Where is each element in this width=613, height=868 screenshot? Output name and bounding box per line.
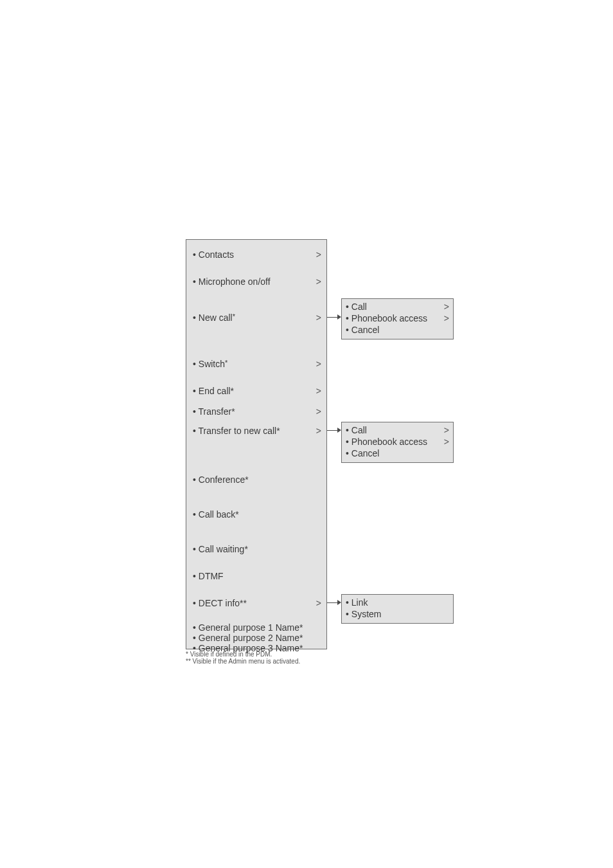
footnote-2: ** Visible if the Admin menu is activate… <box>186 658 300 665</box>
arrow-connector <box>327 430 337 431</box>
menu-item-label: • New call* <box>193 312 235 324</box>
menu-item-label: • Switch* <box>193 358 227 370</box>
chevron-right-icon: > <box>438 312 449 324</box>
chevron-right-icon: > <box>316 358 321 370</box>
menu-item-label: • DECT info** <box>193 597 247 609</box>
chevron-right-icon: > <box>438 436 449 448</box>
menu-item-label: • Conference* <box>193 474 249 485</box>
chevron-right-icon: > <box>316 312 321 323</box>
menu-item-dect-info: • DECT info** > <box>186 597 326 609</box>
menu-item-label: • End call* <box>193 385 234 397</box>
menu-item-call-waiting: • Call waiting* <box>186 543 326 555</box>
submenu-item-label: • Cancel <box>346 324 379 336</box>
arrow-head-icon <box>337 600 341 605</box>
menu-item-transfer: • Transfer* > <box>186 406 326 417</box>
submenu-transfer-new-call: • Call > • Phonebook access > • Cancel <box>341 422 454 463</box>
chevron-right-icon: > <box>316 425 321 437</box>
menu-item-label: • Microphone on/off <box>193 276 271 287</box>
submenu-item-label: • Call <box>346 301 367 312</box>
submenu-item-label: • System <box>346 608 381 620</box>
menu-item-label: • Call waiting* <box>193 543 248 555</box>
menu-item-end-call: • End call* > <box>186 385 326 397</box>
footnote-marker: * <box>225 359 227 366</box>
menu-item-conference: • Conference* <box>186 474 326 485</box>
footnote-marker: * <box>233 312 235 320</box>
menu-item-transfer-to-new-call: • Transfer to new call* > <box>186 425 326 437</box>
menu-item-label: • Call back* <box>193 509 239 520</box>
submenu-item-call: • Call > <box>346 424 449 436</box>
submenu-item-label: • Link <box>346 597 368 608</box>
menu-item-call-back: • Call back* <box>186 509 326 520</box>
arrow-head-icon <box>337 314 341 320</box>
chevron-right-icon: > <box>438 424 449 436</box>
chevron-right-icon: > <box>316 385 321 397</box>
submenu-item-label: • Cancel <box>346 448 379 459</box>
submenu-item-call: • Call > <box>346 301 449 312</box>
menu-item-new-call: • New call* > <box>186 312 326 324</box>
arrow-head-icon <box>337 428 341 433</box>
submenu-item-link: • Link <box>346 597 449 608</box>
chevron-right-icon: > <box>316 276 321 287</box>
submenu-item-label: • Phonebook access <box>346 312 427 324</box>
menu-item-switch: • Switch* > <box>186 358 326 370</box>
menu-item-contacts: • Contacts > <box>186 249 326 260</box>
menu-item-dtmf: • DTMF <box>186 570 326 582</box>
chevron-right-icon: > <box>316 597 321 609</box>
arrow-connector <box>327 317 337 318</box>
submenu-new-call: • Call > • Phonebook access > • Cancel <box>341 298 454 339</box>
submenu-item-label: • Phonebook access <box>346 436 427 448</box>
menu-item-label: • Transfer* <box>193 406 235 417</box>
menu-item-microphone: • Microphone on/off > <box>186 276 326 287</box>
submenu-item-phonebook-access: • Phonebook access > <box>346 436 449 448</box>
menu-item-label-text: • Switch <box>193 359 225 369</box>
arrow-connector <box>327 602 337 603</box>
footnote-1: * Visible if defined in the PDM. <box>186 651 272 658</box>
submenu-item-cancel: • Cancel <box>346 324 449 336</box>
menu-item-label: • Contacts <box>193 249 234 260</box>
submenu-item-cancel: • Cancel <box>346 448 449 459</box>
submenu-item-phonebook-access: • Phonebook access > <box>346 312 449 324</box>
menu-item-label: • DTMF <box>193 570 224 582</box>
menu-item-label: • Transfer to new call* <box>193 425 280 437</box>
chevron-right-icon: > <box>438 301 449 312</box>
submenu-item-system: • System <box>346 608 449 620</box>
submenu-dect-info: • Link • System <box>341 594 454 624</box>
chevron-right-icon: > <box>316 406 321 417</box>
chevron-right-icon: > <box>316 249 321 260</box>
submenu-item-label: • Call <box>346 424 367 436</box>
menu-item-label-text: • New call <box>193 312 233 323</box>
page: • Contacts > • Microphone on/off > • New… <box>0 0 613 868</box>
main-menu-box: • Contacts > • Microphone on/off > • New… <box>186 239 327 649</box>
